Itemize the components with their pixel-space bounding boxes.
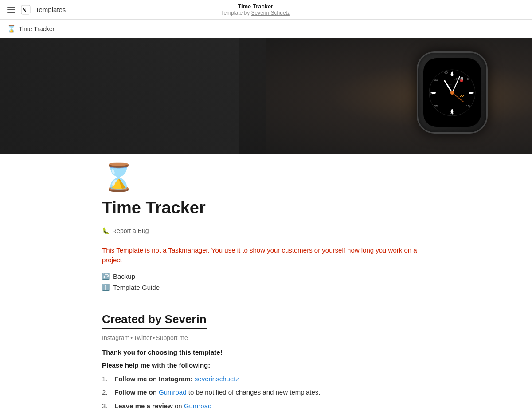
support-link[interactable]: Support me: [156, 334, 188, 341]
hero-banner: 55 5 10 15 20 25 30 35 40: [0, 38, 532, 154]
backup-link[interactable]: ↩️ Backup: [102, 273, 430, 280]
instagram-link[interactable]: Instagram: [102, 334, 129, 341]
help-heading: Please help me with the following:: [102, 361, 430, 369]
window-title: Time Tracker: [221, 3, 289, 10]
author-link[interactable]: Severin Schuetz: [251, 10, 290, 16]
bug-report-link[interactable]: 🐛 Report a Bug: [102, 227, 430, 234]
templates-label[interactable]: Templates: [35, 6, 66, 13]
instagram-handle-link[interactable]: severinschuetz: [195, 375, 239, 383]
gumroad-link-2[interactable]: Gumroad: [184, 402, 212, 410]
svg-text:25: 25: [434, 104, 438, 108]
topbar-center: Time Tracker Template by Severin Schuetz: [221, 3, 289, 16]
svg-text:N: N: [22, 7, 27, 14]
svg-text:35: 35: [434, 78, 438, 82]
page-icon: ⌛: [102, 164, 135, 191]
list-item: 2. Follow me on Gumroad to be notified o…: [102, 387, 430, 398]
svg-point-27: [460, 79, 463, 82]
page-title: Time Tracker: [102, 198, 430, 218]
hourglass-breadcrumb-icon: ⌛: [7, 24, 16, 33]
svg-text:1°: 1°: [449, 84, 452, 87]
bug-icon: 🐛: [102, 227, 110, 234]
topbar-left: N Templates: [7, 4, 66, 16]
divider-1: [102, 240, 430, 240]
gumroad-link-1[interactable]: Gumroad: [159, 388, 187, 396]
twitter-link[interactable]: Twitter: [133, 334, 152, 341]
thank-you-text: Thank you for choosing this template!: [102, 348, 430, 356]
svg-text:15: 15: [466, 104, 470, 108]
topbar: N Templates Time Tracker Template by Sev…: [0, 0, 532, 20]
svg-text:40: 40: [444, 71, 448, 75]
notion-logo: N: [20, 4, 32, 16]
watch-face: 55 5 10 15 20 25 30 35 40: [417, 51, 497, 140]
created-by-heading: Created by Severin: [102, 312, 207, 329]
help-list: 1. Follow me on Instagram: severinschuet…: [102, 374, 430, 415]
svg-rect-26: [461, 77, 463, 80]
breadcrumb-text: Time Tracker: [19, 25, 55, 32]
template-guide-label: Template Guide: [113, 284, 160, 291]
svg-rect-16: [451, 72, 453, 76]
window-subtitle: Template by Severin Schuetz: [221, 10, 289, 16]
warning-text: This Template is not a Taskmanager. You …: [102, 245, 430, 265]
svg-point-23: [450, 91, 454, 95]
svg-text:22: 22: [460, 94, 464, 98]
template-guide-link[interactable]: ℹ️ Template Guide: [102, 284, 430, 291]
social-links: Instagram•Twitter•Support me: [102, 334, 430, 341]
watch-screen: 55 5 10 15 20 25 30 35 40: [423, 58, 481, 127]
svg-text:5: 5: [467, 77, 469, 81]
svg-line-20: [445, 81, 452, 93]
info-icon: ℹ️: [102, 284, 110, 291]
watch-bezel: 55 5 10 15 20 25 30 35 40: [417, 51, 488, 134]
list-item: 3. Leave me a review on Gumroad: [102, 401, 430, 411]
page-content: ⌛ Time Tracker 🐛 Report a Bug This Templ…: [66, 154, 466, 415]
created-by-section: Created by Severin Instagram•Twitter•Sup…: [102, 312, 430, 415]
svg-rect-19: [469, 92, 473, 94]
svg-rect-17: [451, 109, 453, 114]
bug-report-label: Report a Bug: [112, 227, 149, 234]
svg-rect-18: [431, 92, 436, 94]
menu-icon[interactable]: [7, 5, 16, 14]
breadcrumb-bar: ⌛ Time Tracker: [0, 20, 532, 38]
backup-icon: ↩️: [102, 273, 110, 280]
backup-label: Backup: [113, 273, 135, 280]
list-item: 1. Follow me on Instagram: severinschuet…: [102, 374, 430, 384]
svg-text:NONE: NONE: [454, 78, 461, 80]
